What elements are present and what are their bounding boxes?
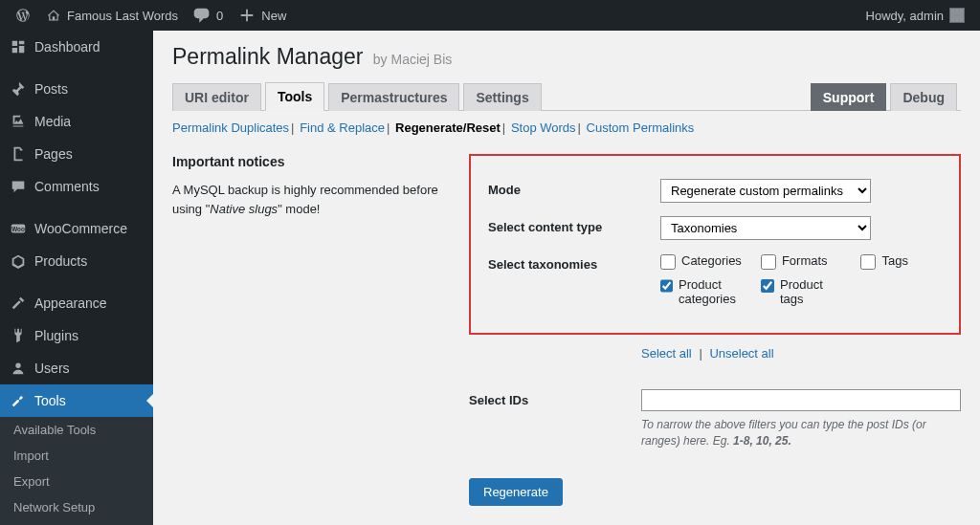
users-icon [10,360,27,377]
my-account-link[interactable]: Howdy, admin [858,0,972,31]
important-notices: Important notices A MySQL backup is high… [172,154,440,506]
select-links: Select all | Unselect all [641,346,961,361]
sub-item-permalink-manager[interactable]: Permalink Manager [0,520,153,525]
mode-select[interactable]: Regenerate custom permalinks [660,179,871,203]
sub-item-available-tools[interactable]: Available Tools [0,417,153,443]
sub-item-import[interactable]: Import [0,443,153,469]
sidebar-item-pages[interactable]: Pages [0,138,153,170]
sub-item-network-setup[interactable]: Network Setup [0,494,153,520]
highlighted-settings-box: Mode Regenerate custom permalinks Select… [469,154,961,335]
pages-icon [10,145,27,163]
ids-help-text: To narrow the above filters you can type… [641,417,961,449]
subtab-stop-words[interactable]: Stop Words [511,120,576,135]
pin-icon [10,80,27,98]
row-select-ids: Select IDs To narrow the above filters y… [469,389,961,449]
tab-uri-editor[interactable]: URI editor [172,83,261,111]
dashboard-icon [10,38,27,55]
sidebar-item-woocommerce[interactable]: Woo WooCommerce [0,212,153,245]
sidebar-item-comments[interactable]: Comments [0,170,153,203]
tools-icon [10,392,27,409]
subtab-find-replace[interactable]: Find & Replace [300,120,385,135]
select-all-link[interactable]: Select all [641,346,692,361]
sidebar-item-tools[interactable]: Tools [0,384,153,417]
main-content: Permalink Manager by Maciej Bis URI edit… [153,31,980,525]
page-title: Permalink Manager by Maciej Bis [172,44,961,70]
admin-bar: Famous Last Words 0 New Howdy, admin [0,0,980,31]
checkbox-product-categories[interactable]: Product categories [660,277,742,306]
sidebar-item-media[interactable]: Media [0,105,153,138]
sidebar-submenu-tools: Available Tools Import Export Network Se… [0,417,153,525]
tab-support[interactable]: Support [811,83,887,111]
checkbox-formats[interactable]: Formats [761,253,842,270]
taxonomies-checkbox-grid: Categories Formats Tags [660,253,942,306]
new-content-link[interactable]: New [231,0,294,31]
sub-tabs: Permalink Duplicates| Find & Replace| Re… [172,120,961,135]
row-mode: Mode Regenerate custom permalinks [488,179,942,203]
sidebar-item-products[interactable]: Products [0,245,153,277]
select-ids-input[interactable] [641,389,961,411]
sidebar-item-dashboard[interactable]: Dashboard [0,31,153,63]
home-icon [46,8,61,23]
comments-icon [10,178,27,195]
svg-text:Woo: Woo [11,226,25,232]
regenerate-button[interactable]: Regenerate [469,478,563,506]
subtab-custom-permalinks[interactable]: Custom Permalinks [587,120,695,135]
nav-tabs: URI editor Tools Permastructures Setting… [172,81,961,111]
sidebar-item-appearance[interactable]: Appearance [0,287,153,319]
regenerate-form: Mode Regenerate custom permalinks Select… [469,154,961,506]
comment-icon [193,7,211,24]
subtab-regenerate-reset[interactable]: Regenerate/Reset [395,120,501,135]
plugins-icon [10,327,27,344]
unselect-all-link[interactable]: Unselect all [709,346,773,361]
comments-link[interactable]: 0 [186,0,231,31]
products-icon [10,252,27,270]
admin-sidebar: Dashboard Posts Media Pages Comments Woo… [0,31,153,525]
notices-body: A MySQL backup is highly recommended bef… [172,181,440,218]
tab-tools[interactable]: Tools [265,82,324,111]
notices-heading: Important notices [172,154,440,169]
sidebar-item-plugins[interactable]: Plugins [0,319,153,352]
tab-permastructures[interactable]: Permastructures [328,83,459,111]
tab-settings[interactable]: Settings [463,83,541,111]
sub-item-export[interactable]: Export [0,469,153,494]
avatar-icon [949,8,965,23]
tab-debug[interactable]: Debug [890,83,957,111]
subtab-permalink-duplicates[interactable]: Permalink Duplicates [172,120,289,135]
checkbox-product-tags[interactable]: Product tags [761,277,842,306]
appearance-icon [10,295,27,312]
sidebar-item-users[interactable]: Users [0,352,153,384]
media-icon [10,113,27,130]
wp-logo[interactable] [8,0,38,31]
plus-icon [238,7,256,24]
woo-icon: Woo [10,220,27,237]
row-taxonomies: Select taxonomies Categories Formats [488,253,942,306]
checkbox-categories[interactable]: Categories [660,253,742,270]
sidebar-item-posts[interactable]: Posts [0,73,153,105]
row-content-type: Select content type Taxonomies [488,216,942,240]
checkbox-tags[interactable]: Tags [860,253,942,270]
content-type-select[interactable]: Taxonomies [660,216,871,240]
site-name-link[interactable]: Famous Last Words [38,0,186,31]
